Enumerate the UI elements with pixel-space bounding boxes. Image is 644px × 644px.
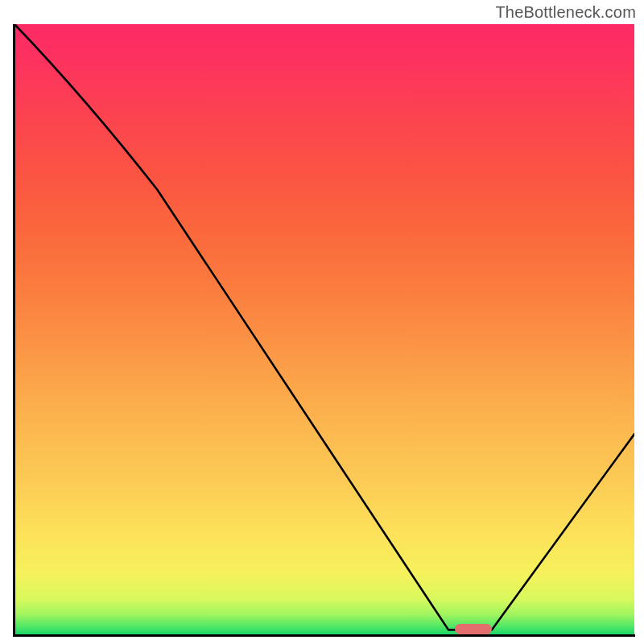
x-axis xyxy=(13,634,635,637)
plot-gradient-background xyxy=(14,24,634,636)
bottleneck-chart: TheBottleneck.com xyxy=(0,0,644,644)
attribution-label: TheBottleneck.com xyxy=(495,3,636,22)
y-axis xyxy=(13,24,15,636)
optimal-marker xyxy=(455,624,492,634)
